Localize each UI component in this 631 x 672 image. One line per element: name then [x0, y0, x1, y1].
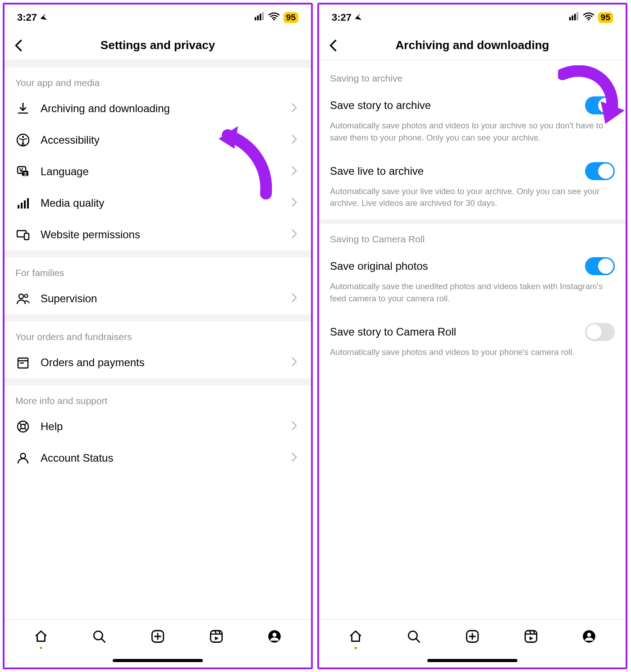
- row-language[interactable]: Language: [5, 156, 311, 187]
- battery-badge: 95: [283, 12, 298, 23]
- row-save-story-camera-roll: Save story to Camera Roll: [319, 315, 626, 344]
- status-time: 3:27: [332, 12, 352, 23]
- wifi-icon: [583, 11, 594, 24]
- row-label: Accessibility: [41, 134, 279, 146]
- nav-header: Archiving and downloading: [319, 31, 626, 60]
- tab-home[interactable]: [348, 628, 364, 645]
- toggle-desc: Automatically save photos and videos to …: [319, 117, 626, 154]
- tab-reels[interactable]: [208, 628, 224, 645]
- box-icon: [15, 355, 31, 370]
- tab-profile[interactable]: [581, 628, 597, 645]
- wifi-icon: [268, 11, 280, 24]
- signal-icon: [568, 12, 579, 23]
- nav-header: Settings and privacy: [5, 31, 311, 60]
- toggle-label: Save live to archive: [330, 165, 424, 177]
- battery-badge: 95: [598, 12, 613, 23]
- toggle-desc: Automatically save your live video to yo…: [319, 183, 626, 220]
- chevron-right-icon: [288, 195, 300, 211]
- row-save-story-archive: Save story to archive: [319, 88, 626, 117]
- page-title: Settings and privacy: [5, 38, 311, 52]
- phone-right: 3:27 95 Archiving and downloading Saving…: [317, 3, 627, 669]
- section-header: More info and support: [5, 386, 311, 411]
- archive-settings[interactable]: Saving to archive Save story to archive …: [319, 60, 626, 619]
- row-website-permissions[interactable]: Website permissions: [5, 219, 311, 250]
- status-bar: 3:27 95: [5, 5, 311, 31]
- home-indicator[interactable]: [319, 653, 626, 667]
- toggle-save-story-camera-roll[interactable]: [585, 323, 615, 341]
- row-account-status[interactable]: Account Status: [5, 442, 311, 474]
- section-header: For families: [5, 258, 311, 283]
- toggle-label: Save original photos: [330, 260, 428, 272]
- section-header: Saving to archive: [319, 60, 626, 88]
- location-icon: [354, 13, 362, 23]
- tab-profile[interactable]: [266, 628, 283, 645]
- tab-bar: [319, 619, 626, 653]
- tab-new-post[interactable]: [464, 628, 480, 645]
- toggle-desc: Automatically save photos and videos to …: [319, 344, 626, 368]
- lifebuoy-icon: [15, 419, 31, 434]
- row-label: Media quality: [41, 197, 279, 209]
- accessibility-icon: [15, 132, 31, 148]
- chevron-right-icon: [288, 164, 300, 179]
- row-help[interactable]: Help: [5, 411, 311, 442]
- back-button[interactable]: [11, 37, 27, 54]
- row-label: Website permissions: [41, 228, 279, 241]
- person-icon: [15, 450, 31, 466]
- toggle-save-story-archive[interactable]: [585, 96, 615, 114]
- row-label: Account Status: [41, 452, 279, 464]
- toggle-save-live-archive[interactable]: [585, 162, 615, 180]
- chevron-right-icon: [288, 419, 300, 434]
- back-button[interactable]: [325, 37, 342, 54]
- chevron-right-icon: [288, 291, 300, 306]
- toggle-save-original-photos[interactable]: [585, 257, 615, 275]
- language-icon: [15, 164, 31, 179]
- section-header: Your orders and fundraisers: [5, 322, 311, 347]
- row-save-original-photos: Save original photos: [319, 249, 626, 278]
- settings-list[interactable]: Your app and media Archiving and downloa…: [5, 60, 311, 619]
- row-label: Language: [41, 165, 279, 178]
- tab-bar: [5, 619, 311, 653]
- bars-icon: [15, 195, 31, 211]
- row-label: Help: [41, 420, 279, 433]
- toggle-label: Save story to archive: [330, 99, 431, 112]
- tab-reels[interactable]: [523, 628, 539, 645]
- chevron-right-icon: [288, 227, 300, 242]
- phone-left: 3:27 95 Settings and privacy Your app an…: [3, 3, 313, 669]
- tab-home[interactable]: [33, 628, 49, 645]
- toggle-desc: Automatically save the unedited photos a…: [319, 278, 626, 315]
- home-indicator[interactable]: [5, 653, 311, 667]
- tab-search[interactable]: [91, 628, 107, 645]
- people-icon: [15, 291, 31, 306]
- row-label: Archiving and downloading: [41, 102, 279, 115]
- row-supervision[interactable]: Supervision: [5, 283, 311, 314]
- signal-icon: [254, 12, 265, 23]
- chevron-right-icon: [288, 101, 300, 116]
- status-time: 3:27: [17, 12, 37, 23]
- row-archiving-downloading[interactable]: Archiving and downloading: [5, 93, 311, 124]
- section-header: Your app and media: [5, 68, 311, 93]
- download-icon: [15, 101, 31, 116]
- toggle-label: Save story to Camera Roll: [330, 326, 456, 338]
- location-icon: [40, 13, 48, 23]
- section-header: Saving to Camera Roll: [319, 224, 626, 249]
- devices-icon: [15, 227, 31, 242]
- row-orders-payments[interactable]: Orders and payments: [5, 347, 311, 378]
- row-media-quality[interactable]: Media quality: [5, 187, 311, 219]
- row-save-live-archive: Save live to archive: [319, 154, 626, 183]
- chevron-right-icon: [288, 355, 300, 370]
- chevron-right-icon: [288, 132, 300, 148]
- chevron-right-icon: [288, 450, 300, 466]
- tab-new-post[interactable]: [150, 628, 166, 645]
- tab-search[interactable]: [406, 628, 422, 645]
- row-label: Orders and payments: [41, 356, 279, 369]
- status-bar: 3:27 95: [319, 5, 626, 31]
- page-title: Archiving and downloading: [319, 38, 626, 52]
- row-label: Supervision: [41, 292, 279, 305]
- row-accessibility[interactable]: Accessibility: [5, 124, 311, 156]
